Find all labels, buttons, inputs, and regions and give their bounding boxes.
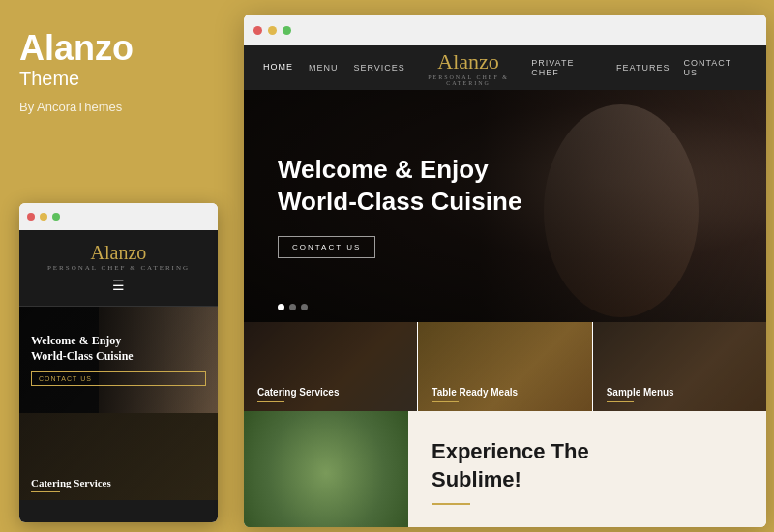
nav-item-features[interactable]: FEATURES [616, 63, 670, 73]
brand-subtitle: Theme [19, 68, 221, 90]
mobile-catering-label: Catering Services [31, 477, 111, 488]
hero-cta-button[interactable]: CONTACT US [278, 236, 375, 258]
browser-dot-green [283, 26, 291, 35]
nav-item-contact[interactable]: CONTACT US [683, 58, 747, 77]
slider-dot-3[interactable] [301, 304, 308, 310]
card-sample-menus[interactable]: Sample Menus [593, 322, 766, 411]
bottom-underline [432, 503, 470, 505]
browser-bar [244, 15, 766, 45]
card-catering-services[interactable]: Catering Services [244, 322, 417, 411]
bottom-section: Experience TheSublime! [244, 411, 766, 527]
card-label-2: Table Ready Meals [432, 387, 518, 398]
site-hero: Welcome & EnjoyWorld-Class Cuisine CONTA… [244, 90, 766, 322]
card-underline-1 [257, 401, 284, 402]
mobile-hero: Welcome & EnjoyWorld-Class Cuisine CONTA… [19, 307, 218, 413]
nav-item-menu[interactable]: MENU [309, 63, 339, 73]
card-underline-3 [607, 401, 634, 402]
mobile-logo-sub: PERSONAL CHEF & CATERING [31, 264, 206, 272]
dot-red [27, 213, 35, 221]
slider-dot-1[interactable] [278, 304, 284, 310]
nav-right: PRIVATE CHEF FEATURES CONTACT US [531, 58, 747, 77]
mobile-catering-section: Catering Services [19, 413, 218, 500]
site-logo-sub: PERSONAL CHEF & CATERING [405, 74, 531, 86]
mobile-hero-title: Welcome & EnjoyWorld-Class Cuisine [31, 334, 206, 364]
card-bg-3 [593, 322, 766, 411]
dot-yellow [40, 213, 47, 221]
site-logo-container: Alanzo PERSONAL CHEF & CATERING [405, 49, 531, 86]
bottom-text: Experience TheSublime! [408, 411, 612, 527]
card-table-ready-meals[interactable]: Table Ready Meals [418, 322, 591, 411]
nav-item-private-chef[interactable]: PRIVATE CHEF [531, 58, 603, 77]
nav-item-services[interactable]: SERVICES [354, 63, 405, 73]
card-bg-1 [244, 322, 417, 411]
mobile-preview-window: Alanzo PERSONAL CHEF & CATERING ☰ Welcom… [19, 203, 218, 522]
cards-row: Catering Services Table Ready Meals Samp… [244, 322, 766, 411]
mobile-window-bar [19, 203, 218, 230]
slider-dots [278, 304, 308, 310]
card-label-3: Sample Menus [607, 387, 674, 398]
bottom-food-image [244, 411, 408, 527]
browser-dot-yellow [268, 26, 277, 35]
hamburger-icon[interactable]: ☰ [31, 278, 206, 294]
bottom-title: Experience TheSublime! [432, 438, 589, 493]
mobile-content: Alanzo PERSONAL CHEF & CATERING ☰ Welcom… [19, 230, 218, 522]
card-bg-2 [418, 322, 591, 411]
browser-dot-red [253, 26, 262, 35]
brand-title: Alanzo [19, 29, 221, 68]
mobile-logo: Alanzo [31, 242, 206, 264]
card-label-1: Catering Services [257, 387, 340, 398]
mobile-cta-button[interactable]: CONTACT US [31, 371, 206, 386]
hero-title: Welcome & EnjoyWorld-Class Cuisine [278, 154, 521, 217]
left-panel: Alanzo Theme By AncoraThemes Alanzo PERS… [0, 0, 240, 532]
mobile-header: Alanzo PERSONAL CHEF & CATERING ☰ [19, 230, 218, 307]
by-line: By AncoraThemes [19, 100, 221, 114]
nav-item-home[interactable]: HOME [263, 62, 293, 74]
bottom-food-bg [244, 411, 408, 527]
site-nav: HOME MENU SERVICES Alanzo PERSONAL CHEF … [244, 45, 766, 90]
browser-window: HOME MENU SERVICES Alanzo PERSONAL CHEF … [244, 15, 766, 527]
site-logo: Alanzo [405, 49, 531, 74]
nav-left: HOME MENU SERVICES [263, 62, 405, 74]
mobile-catering-line [31, 491, 60, 492]
dot-green [52, 213, 60, 221]
site-hero-content: Welcome & EnjoyWorld-Class Cuisine CONTA… [278, 154, 521, 258]
slider-dot-2[interactable] [289, 304, 296, 310]
card-underline-2 [432, 401, 459, 402]
